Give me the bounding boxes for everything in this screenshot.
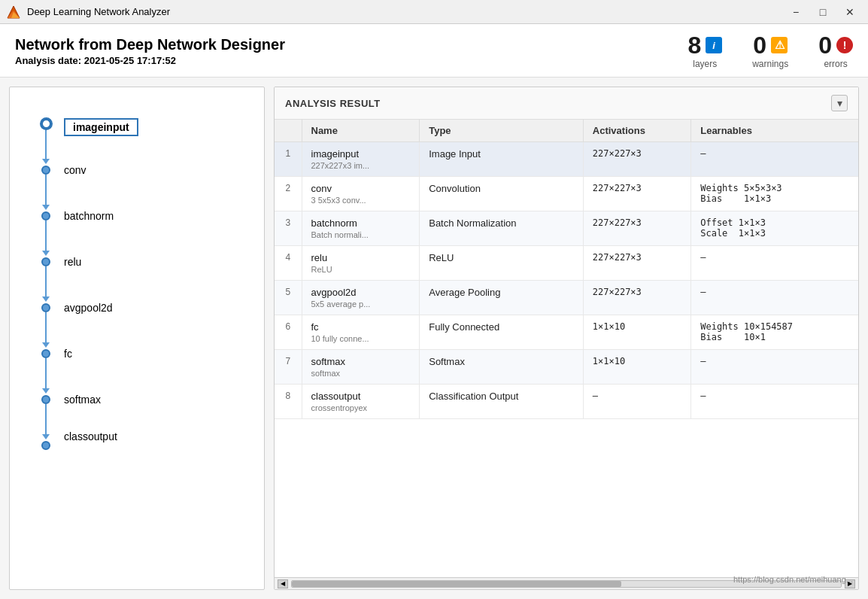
cell-learnables-7: – xyxy=(691,385,858,419)
cell-activations-2: 227×227×3 xyxy=(583,211,690,246)
cell-learnables-6: – xyxy=(691,350,858,385)
analysis-panel: ANALYSIS RESULT ▾ Name Type Activations … xyxy=(274,87,859,590)
cell-name-1: conv3 5x5x3 conv... xyxy=(302,177,420,211)
table-row[interactable]: 1imageinput227x227x3 im...Image Input227… xyxy=(275,142,858,177)
stat-layers-row: 8 i xyxy=(687,33,722,57)
main-container: Network from Deep Network Designer Analy… xyxy=(0,24,868,599)
node-label-avgpool2d[interactable]: avgpool2d xyxy=(64,284,113,330)
cell-activations-3: 227×227×3 xyxy=(583,246,690,281)
results-table-container[interactable]: Name Type Activations Learnables 1imagei… xyxy=(275,120,858,577)
table-row[interactable]: 3batchnormBatch normali...Batch Normaliz… xyxy=(275,211,858,246)
node-label-classoutput[interactable]: classoutput xyxy=(64,422,117,450)
stat-errors-row: 0 ! xyxy=(818,33,853,57)
scrollbar-thumb[interactable] xyxy=(292,581,621,587)
cell-activations-7: – xyxy=(583,385,690,419)
layers-count: 8 xyxy=(687,33,701,57)
analysis-date-label: Analysis date: xyxy=(15,55,81,66)
col-activations: Activations xyxy=(583,120,690,142)
table-row[interactable]: 7softmaxsoftmaxSoftmax1×1×10– xyxy=(275,350,858,385)
network-panel: imageinputconvbatchnormreluavgpool2dfcso… xyxy=(9,87,265,590)
cell-type-0: Image Input xyxy=(420,142,584,177)
cell-num-1: 2 xyxy=(275,177,302,211)
cell-name-2: batchnormBatch normali... xyxy=(302,211,420,246)
cell-num-5: 6 xyxy=(275,315,302,350)
close-button[interactable]: ✕ xyxy=(838,3,862,21)
cell-activations-4: 227×227×3 xyxy=(583,281,690,315)
cell-type-7: Classification Output xyxy=(420,385,584,419)
table-row[interactable]: 8classoutputcrossentropyexClassification… xyxy=(275,385,858,419)
cell-activations-1: 227×227×3 xyxy=(583,177,690,211)
node-dot-softmax[interactable] xyxy=(41,395,50,404)
stat-layers: 8 i layers xyxy=(687,33,722,69)
errors-label: errors xyxy=(824,59,847,69)
node-label-softmax[interactable]: softmax xyxy=(64,376,101,422)
node-label-imageinput[interactable]: imageinput xyxy=(64,107,138,147)
cell-type-2: Batch Normalization xyxy=(420,211,584,246)
cell-num-7: 8 xyxy=(275,385,302,419)
node-dot-avgpool2d[interactable] xyxy=(41,303,50,312)
col-name: Name xyxy=(302,120,420,142)
table-row[interactable]: 4reluReLUReLU227×227×3– xyxy=(275,246,858,281)
cell-learnables-0: – xyxy=(691,142,858,177)
table-row[interactable]: 5avgpool2d5x5 average p...Average Poolin… xyxy=(275,281,858,315)
table-row[interactable]: 2conv3 5x5x3 conv...Convolution227×227×3… xyxy=(275,177,858,211)
cell-learnables-1: Weights 5×5×3×3 Bias 1×1×3 xyxy=(691,177,858,211)
analysis-date-row: Analysis date: 2021-05-25 17:17:52 xyxy=(15,55,285,66)
cell-num-6: 7 xyxy=(275,350,302,385)
scroll-left-button[interactable]: ◀ xyxy=(278,579,288,588)
cell-learnables-3: – xyxy=(691,246,858,281)
cell-type-4: Average Pooling xyxy=(420,281,584,315)
node-dot-relu[interactable] xyxy=(41,257,50,266)
header-stats: 8 i layers 0 ⚠ warnings 0 ! errors xyxy=(687,33,853,69)
analysis-expand-button[interactable]: ▾ xyxy=(831,95,848,111)
maximize-button[interactable]: □ xyxy=(811,3,835,21)
node-label-fc[interactable]: fc xyxy=(64,330,72,376)
warnings-warning-icon: ⚠ xyxy=(771,37,788,53)
cell-learnables-5: Weights 10×154587 Bias 10×1 xyxy=(691,315,858,350)
node-dot-conv[interactable] xyxy=(41,166,50,175)
minimize-button[interactable]: − xyxy=(784,3,808,21)
cell-num-2: 3 xyxy=(275,211,302,246)
app-icon xyxy=(6,5,21,20)
cell-activations-6: 1×1×10 xyxy=(583,350,690,385)
node-label-relu[interactable]: relu xyxy=(64,239,81,284)
analysis-title: ANALYSIS RESULT xyxy=(285,98,381,109)
errors-error-icon: ! xyxy=(836,37,853,53)
cell-activations-5: 1×1×10 xyxy=(583,315,690,350)
cell-type-1: Convolution xyxy=(420,177,584,211)
col-learnables: Learnables xyxy=(691,120,858,142)
cell-activations-0: 227×227×3 xyxy=(583,142,690,177)
layers-label: layers xyxy=(693,59,717,69)
cell-name-4: avgpool2d5x5 average p... xyxy=(302,281,420,315)
content-area: imageinputconvbatchnormreluavgpool2dfcso… xyxy=(0,78,868,599)
header-left: Network from Deep Network Designer Analy… xyxy=(15,36,285,66)
node-label-batchnorm[interactable]: batchnorm xyxy=(64,193,114,239)
node-label-conv[interactable]: conv xyxy=(64,147,86,193)
results-table: Name Type Activations Learnables 1imagei… xyxy=(275,120,858,419)
cell-type-5: Fully Connected xyxy=(420,315,584,350)
cell-name-5: fc10 fully conne... xyxy=(302,315,420,350)
cell-num-3: 4 xyxy=(275,246,302,281)
col-type: Type xyxy=(420,120,584,142)
cell-name-7: classoutputcrossentropyex xyxy=(302,385,420,419)
cell-num-0: 1 xyxy=(275,142,302,177)
title-bar: Deep Learning Network Analyzer − □ ✕ xyxy=(0,0,868,24)
node-dot-fc[interactable] xyxy=(41,349,50,358)
cell-name-0: imageinput227x227x3 im... xyxy=(302,142,420,177)
stat-errors: 0 ! errors xyxy=(818,33,853,69)
layers-info-icon: i xyxy=(706,37,722,53)
node-dot-batchnorm[interactable] xyxy=(41,211,50,220)
cell-num-4: 5 xyxy=(275,281,302,315)
cell-type-6: Softmax xyxy=(420,350,584,385)
table-row[interactable]: 6fc10 fully conne...Fully Connected1×1×1… xyxy=(275,315,858,350)
stat-warnings-row: 0 ⚠ xyxy=(753,33,788,57)
node-dot-classoutput[interactable] xyxy=(41,441,50,450)
window-title: Deep Learning Network Analyzer xyxy=(27,6,784,17)
table-header-row: Name Type Activations Learnables xyxy=(275,120,858,142)
cell-type-3: ReLU xyxy=(420,246,584,281)
stat-warnings: 0 ⚠ warnings xyxy=(752,33,788,69)
watermark: https://blog.csdn.net/meihuang... xyxy=(733,575,853,584)
node-dot-imageinput[interactable] xyxy=(41,119,51,129)
cell-name-3: reluReLU xyxy=(302,246,420,281)
cell-learnables-2: Offset 1×1×3 Scale 1×1×3 xyxy=(691,211,858,246)
